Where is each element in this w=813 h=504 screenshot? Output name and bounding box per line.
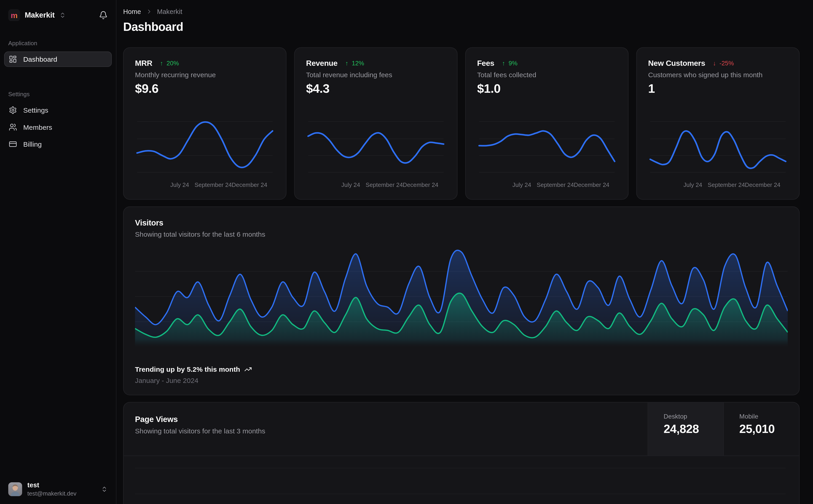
x-axis-label: July 24 — [512, 182, 531, 188]
visitors-title: Visitors — [135, 218, 788, 228]
stat-value: $4.3 — [306, 81, 446, 96]
visitors-area-chart — [135, 246, 788, 347]
breadcrumb: Home Makerkit — [123, 8, 800, 16]
sidebar-item-dashboard[interactable]: Dashboard — [4, 51, 112, 67]
trend-badge: ↑ 12% — [345, 59, 364, 67]
page-views-toggle-desktop[interactable]: Desktop 24,828 — [648, 403, 723, 456]
user-name: test — [27, 482, 76, 489]
sidebar-item-label: Members — [23, 123, 52, 131]
x-axis-label: July 24 — [341, 182, 360, 188]
trend-range: January - June 2024 — [135, 377, 788, 385]
trend-badge: ↑ 20% — [160, 59, 179, 67]
workspace-selector[interactable]: m Makerkit — [0, 7, 116, 23]
chevron-right-icon — [146, 8, 152, 15]
stat-title: Revenue — [306, 59, 338, 67]
visitors-footer: Trending up by 5.2% this month January -… — [135, 366, 788, 385]
visitors-subtitle: Showing total visitors for the last 6 mo… — [135, 231, 788, 238]
avatar — [8, 483, 22, 496]
user-menu[interactable]: test test@makerkit.dev — [0, 479, 116, 498]
nav-section-label: Settings — [4, 91, 112, 97]
app-root: m Makerkit ApplicationDashboardSettingsS… — [0, 0, 813, 504]
trend-badge: ↑ 9% — [502, 59, 517, 67]
logo-letter: m — [11, 11, 18, 19]
desktop-value: 24,828 — [664, 422, 723, 436]
users-icon — [9, 123, 17, 131]
stat-card-fees: Fees↑ 9%Total fees collected$1.0July 24S… — [465, 47, 629, 200]
x-axis-label: December 24 — [403, 182, 438, 188]
bell-icon[interactable] — [99, 11, 108, 19]
sparkline-chart: July 24September 24December 24 — [306, 117, 446, 192]
mobile-value: 25,010 — [739, 422, 799, 436]
mobile-label: Mobile — [739, 413, 799, 420]
stat-description: Monthly recurring revenue — [135, 71, 275, 79]
main-content: Home Makerkit Dashboard MRR↑ 20%Monthly … — [116, 0, 813, 504]
sidebar-item-label: Dashboard — [23, 55, 57, 63]
stat-value: $9.6 — [135, 81, 275, 96]
stat-title: MRR — [135, 59, 152, 67]
page-views-title: Page Views — [135, 415, 636, 424]
x-axis-label: September 24 — [194, 182, 232, 188]
stat-card-new-customers: New Customers↓ -25%Customers who signed … — [636, 47, 800, 200]
chevrons-up-down-icon — [59, 12, 66, 18]
x-axis-label: September 24 — [537, 182, 574, 188]
page-views-card: Page Views Showing total visitors for th… — [123, 402, 800, 504]
trend-badge: ↓ -25% — [713, 59, 734, 67]
trending-up-icon — [244, 366, 252, 373]
chevrons-up-down-icon — [101, 486, 108, 493]
page-views-subtitle: Showing total visitors for the last 3 mo… — [135, 427, 636, 435]
sparkline-chart: July 24September 24December 24 — [135, 117, 275, 192]
nav-section-label: Application — [4, 40, 112, 46]
dashboard-icon — [9, 55, 17, 63]
stat-title: Fees — [477, 59, 494, 67]
desktop-label: Desktop — [664, 413, 723, 420]
workspace-name: Makerkit — [25, 11, 55, 19]
page-views-toggle-mobile[interactable]: Mobile 25,010 — [723, 403, 799, 456]
sidebar-item-billing[interactable]: Billing — [4, 136, 112, 152]
sidebar-item-members[interactable]: Members — [4, 119, 112, 135]
x-axis-label: September 24 — [708, 182, 745, 188]
breadcrumb-makerkit[interactable]: Makerkit — [157, 8, 182, 16]
visitors-card: Visitors Showing total visitors for the … — [123, 206, 800, 395]
user-meta: test test@makerkit.dev — [27, 482, 76, 497]
sidebar-item-settings[interactable]: Settings — [4, 102, 112, 118]
gear-icon — [9, 106, 17, 114]
x-axis-label: September 24 — [366, 182, 403, 188]
stat-cards-row: MRR↑ 20%Monthly recurring revenue$9.6Jul… — [123, 47, 800, 200]
x-axis-label: December 24 — [574, 182, 609, 188]
sidebar-item-label: Settings — [23, 106, 48, 114]
sparkline-chart: July 24September 24December 24 — [477, 117, 617, 192]
stat-value: 1 — [648, 81, 788, 96]
credit-card-icon — [9, 140, 17, 148]
page-views-bar-chart — [135, 456, 786, 504]
stat-card-mrr: MRR↑ 20%Monthly recurring revenue$9.6Jul… — [123, 47, 286, 200]
sidebar-nav: ApplicationDashboardSettingsSettingsMemb… — [0, 40, 116, 154]
page-title: Dashboard — [123, 20, 800, 34]
breadcrumb-home[interactable]: Home — [123, 8, 141, 16]
makerkit-logo: m — [8, 9, 20, 21]
trend-text: Trending up by 5.2% this month — [135, 366, 240, 373]
stat-description: Total revenue including fees — [306, 71, 446, 79]
sparkline-chart: July 24September 24December 24 — [648, 117, 788, 192]
x-axis-label: December 24 — [232, 182, 267, 188]
stat-description: Customers who signed up this month — [648, 71, 788, 79]
user-email: test@makerkit.dev — [27, 490, 76, 497]
sidebar-item-label: Billing — [23, 140, 42, 148]
stat-title: New Customers — [648, 59, 705, 67]
stat-value: $1.0 — [477, 81, 617, 96]
x-axis-label: July 24 — [683, 182, 702, 188]
x-axis-label: July 24 — [170, 182, 189, 188]
chart-bottom-fade — [135, 339, 788, 347]
stat-description: Total fees collected — [477, 71, 617, 79]
sidebar: m Makerkit ApplicationDashboardSettingsS… — [0, 0, 116, 504]
stat-card-revenue: Revenue↑ 12%Total revenue including fees… — [294, 47, 457, 200]
page-views-header: Page Views Showing total visitors for th… — [124, 403, 799, 456]
x-axis-label: December 24 — [745, 182, 781, 188]
